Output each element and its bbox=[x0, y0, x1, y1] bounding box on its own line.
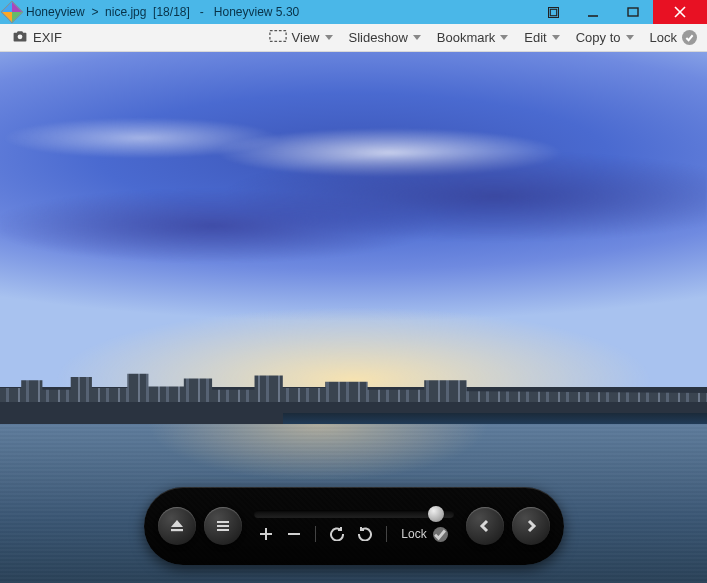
zoom-out-button[interactable] bbox=[287, 527, 301, 541]
title-dash: - bbox=[200, 5, 204, 19]
edit-label: Edit bbox=[524, 30, 546, 45]
title-left: Honeyview > nice.jpg [18/18] - Honeyview… bbox=[0, 4, 299, 20]
maximize-button[interactable] bbox=[613, 0, 653, 24]
chevron-down-icon bbox=[626, 35, 634, 40]
app-logo-icon bbox=[1, 1, 24, 24]
chevron-down-icon bbox=[325, 35, 333, 40]
panel-center: Lock bbox=[250, 510, 458, 542]
edit-menu[interactable]: Edit bbox=[524, 30, 559, 45]
title-sep: > bbox=[91, 5, 98, 19]
separator bbox=[315, 526, 316, 542]
svg-rect-1 bbox=[550, 9, 556, 15]
window-controls bbox=[533, 0, 707, 24]
title-text: Honeyview > nice.jpg [18/18] - Honeyview… bbox=[26, 5, 299, 19]
zoom-slider[interactable] bbox=[254, 510, 454, 518]
title-index: [18/18] bbox=[153, 5, 190, 19]
toolbar-right: View Slideshow Bookmark Edit Copy to Loc… bbox=[269, 29, 697, 46]
prev-button[interactable] bbox=[466, 507, 504, 545]
svg-rect-9 bbox=[217, 521, 229, 523]
lock-toggle[interactable]: Lock bbox=[650, 30, 697, 45]
title-version: Honeyview 5.30 bbox=[214, 5, 299, 19]
check-circle-icon bbox=[433, 527, 448, 542]
svg-rect-7 bbox=[269, 31, 285, 42]
toolbar-left: EXIF bbox=[12, 29, 62, 46]
svg-rect-11 bbox=[217, 529, 229, 531]
image-viewport[interactable]: Lock bbox=[0, 52, 707, 583]
close-button[interactable] bbox=[653, 0, 707, 24]
slideshow-menu[interactable]: Slideshow bbox=[349, 30, 421, 45]
title-file: nice.jpg bbox=[105, 5, 146, 19]
menu-button[interactable] bbox=[204, 507, 242, 545]
svg-rect-3 bbox=[628, 8, 638, 16]
svg-rect-10 bbox=[217, 525, 229, 527]
slideshow-label: Slideshow bbox=[349, 30, 408, 45]
panel-center-row: Lock bbox=[259, 526, 447, 542]
rotate-right-button[interactable] bbox=[358, 527, 372, 541]
view-frame-icon bbox=[269, 29, 287, 46]
chevron-down-icon bbox=[552, 35, 560, 40]
zoom-in-button[interactable] bbox=[259, 527, 273, 541]
toolbar: EXIF View Slideshow Bookmark Edit Copy t… bbox=[0, 24, 707, 52]
chevron-down-icon bbox=[413, 35, 421, 40]
view-menu[interactable]: View bbox=[269, 29, 333, 46]
svg-point-6 bbox=[18, 34, 23, 39]
panel-lock-toggle[interactable]: Lock bbox=[401, 527, 447, 542]
panel-lock-label: Lock bbox=[401, 527, 426, 541]
control-panel: Lock bbox=[144, 487, 564, 565]
separator bbox=[386, 526, 387, 542]
fullscreen-button[interactable] bbox=[533, 0, 573, 24]
view-label: View bbox=[292, 30, 320, 45]
chevron-down-icon bbox=[500, 35, 508, 40]
minimize-button[interactable] bbox=[573, 0, 613, 24]
check-circle-icon bbox=[682, 30, 697, 45]
slider-thumb[interactable] bbox=[428, 506, 444, 522]
next-button[interactable] bbox=[512, 507, 550, 545]
titlebar: Honeyview > nice.jpg [18/18] - Honeyview… bbox=[0, 0, 707, 24]
svg-rect-8 bbox=[171, 529, 183, 531]
rotate-left-button[interactable] bbox=[330, 527, 344, 541]
bookmark-label: Bookmark bbox=[437, 30, 496, 45]
eject-button[interactable] bbox=[158, 507, 196, 545]
bookmark-menu[interactable]: Bookmark bbox=[437, 30, 509, 45]
copyto-label: Copy to bbox=[576, 30, 621, 45]
lock-label: Lock bbox=[650, 30, 677, 45]
copyto-menu[interactable]: Copy to bbox=[576, 30, 634, 45]
title-app: Honeyview bbox=[26, 5, 85, 19]
exif-label: EXIF bbox=[33, 30, 62, 45]
camera-icon bbox=[12, 29, 28, 46]
exif-button[interactable]: EXIF bbox=[12, 29, 62, 46]
